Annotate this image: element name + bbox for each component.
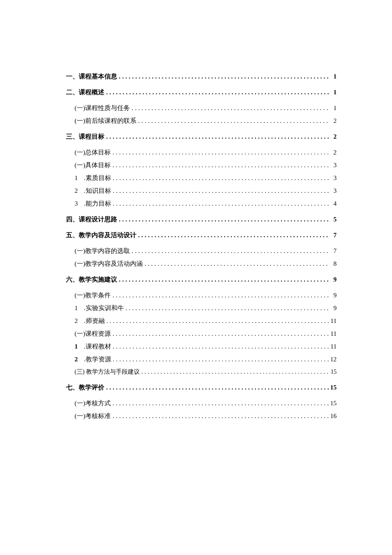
toc-page: 1 bbox=[329, 73, 337, 80]
toc-page: 3 bbox=[329, 187, 337, 195]
toc-page: 2 bbox=[329, 117, 337, 125]
toc-entry: 二、课程概述 1 bbox=[66, 88, 337, 96]
toc-page: 5 bbox=[329, 216, 337, 223]
toc-entry: (一)教学条件 9 bbox=[66, 291, 337, 299]
toc-label: (一)教学内容的选取 bbox=[75, 247, 130, 255]
toc-dots bbox=[111, 330, 329, 337]
toc-page: 8 bbox=[329, 260, 337, 267]
toc-label: (一)考核方式 bbox=[75, 399, 111, 407]
toc-entry: 一、课程基本信息 1 bbox=[66, 73, 337, 81]
toc-entry: (一)具体目标 3 bbox=[66, 161, 337, 169]
toc-dots bbox=[111, 200, 329, 207]
toc-page: 4 bbox=[329, 200, 337, 207]
toc-page: 16 bbox=[329, 413, 337, 420]
toc-label: (一)课程性质与任务 bbox=[75, 104, 130, 112]
toc-dots bbox=[105, 317, 329, 325]
toc-label: (三) 教学方法与手段建议 bbox=[75, 368, 140, 376]
toc-label: (一)教学条件 bbox=[75, 291, 111, 299]
toc-entry: 六、教学实施建议 9 bbox=[66, 276, 337, 284]
toc-page: 1 bbox=[329, 89, 337, 96]
toc-dots bbox=[111, 292, 329, 299]
toc-page: 2 bbox=[329, 133, 337, 140]
toc-page: 11 bbox=[329, 330, 337, 337]
toc-label: 1 .实验实训和牛 bbox=[75, 304, 124, 312]
toc-entry: 1 .实验实训和牛 9 bbox=[66, 304, 337, 312]
toc-label: (一)前后续课程的联系 bbox=[75, 117, 136, 125]
toc-page: 11 bbox=[329, 317, 337, 325]
toc-entry: 1 .素质目标 3 bbox=[66, 174, 337, 182]
toc-entry: 五、教学内容及活动设计 7 bbox=[66, 231, 337, 239]
toc-dots bbox=[111, 174, 329, 182]
toc-page: 3 bbox=[329, 174, 337, 182]
toc-dots bbox=[117, 276, 329, 283]
toc-label: 四、课程设计思路 bbox=[66, 215, 117, 224]
toc-label: 六、教学实施建议 bbox=[66, 276, 117, 284]
toc-entry: 四、课程设计思路 5 bbox=[66, 215, 337, 224]
toc-dots bbox=[111, 400, 329, 407]
toc-entry: (一)总体目标 2 bbox=[66, 148, 337, 157]
toc-dots bbox=[111, 413, 329, 420]
toc-label: 三、课程目标 bbox=[66, 133, 104, 141]
toc-page: 11 bbox=[329, 343, 337, 350]
toc-entry: 3 .能力目标 4 bbox=[66, 200, 337, 208]
toc-dots bbox=[130, 247, 329, 255]
toc-label: 一、课程基本信息 bbox=[66, 73, 117, 81]
toc-entry: (一)课程性质与任务 1 bbox=[66, 104, 337, 112]
toc-entry: (一)教学内容的选取 7 bbox=[66, 247, 337, 255]
toc-dots bbox=[104, 384, 329, 391]
toc-dots bbox=[117, 73, 329, 80]
table-of-contents: 一、课程基本信息 1 二、课程概述 1 (一)课程性质与任务 1 (一)前后续课… bbox=[66, 73, 337, 420]
toc-label: 1 .课程教材 bbox=[75, 343, 111, 351]
toc-page: 2 bbox=[329, 149, 337, 156]
toc-page: 15 bbox=[329, 384, 337, 391]
toc-dots bbox=[104, 133, 329, 140]
toc-dots bbox=[104, 89, 329, 96]
toc-label: 3 .能力目标 bbox=[75, 200, 111, 208]
toc-label: 七、教学评价 bbox=[66, 384, 104, 392]
toc-page: 7 bbox=[329, 232, 337, 239]
toc-dots bbox=[111, 162, 329, 169]
toc-entry: 1 .课程教材 11 bbox=[66, 343, 337, 351]
toc-entry: (三) 教学方法与手段建议 15 bbox=[66, 368, 337, 376]
toc-dots bbox=[136, 232, 329, 239]
toc-page: 1 bbox=[329, 105, 337, 112]
toc-label: 五、教学内容及活动设计 bbox=[66, 231, 136, 239]
toc-entry: (一)课程资源 11 bbox=[66, 330, 337, 338]
toc-label: 二、课程概述 bbox=[66, 88, 104, 96]
toc-dots bbox=[136, 117, 329, 125]
toc-label: 2 .教学资源 bbox=[75, 355, 111, 363]
toc-entry: (一)考核标准 16 bbox=[66, 412, 337, 420]
toc-page: 7 bbox=[329, 247, 337, 255]
toc-label: (一)教学内容及活动内涵 bbox=[75, 260, 143, 268]
toc-label: 2 .师资融 bbox=[75, 317, 105, 325]
toc-page: 9 bbox=[329, 292, 337, 299]
toc-page: 15 bbox=[329, 400, 337, 407]
toc-entry: 2 .知识目标 3 bbox=[66, 187, 337, 195]
toc-label: (一)课程资源 bbox=[75, 330, 111, 338]
toc-page: 9 bbox=[329, 276, 337, 283]
toc-entry: 2 .师资融 11 bbox=[66, 317, 337, 325]
toc-page: 3 bbox=[329, 162, 337, 169]
toc-page: 9 bbox=[329, 305, 337, 312]
toc-entry: 2 .教学资源 12 bbox=[66, 355, 337, 363]
toc-dots bbox=[117, 216, 329, 223]
toc-dots bbox=[130, 105, 329, 112]
toc-entry: 七、教学评价 15 bbox=[66, 384, 337, 392]
toc-entry: (一)前后续课程的联系 2 bbox=[66, 117, 337, 125]
toc-dots bbox=[111, 356, 329, 363]
toc-entry: 三、课程目标 2 bbox=[66, 133, 337, 141]
toc-dots bbox=[140, 369, 329, 375]
toc-label: (一)考核标准 bbox=[75, 412, 111, 420]
toc-label: 1 .素质目标 bbox=[75, 174, 111, 182]
toc-dots bbox=[111, 343, 329, 350]
toc-label: 2 .知识目标 bbox=[75, 187, 111, 195]
toc-dots bbox=[111, 149, 329, 156]
toc-label: (一)总体目标 bbox=[75, 148, 111, 157]
toc-dots bbox=[124, 305, 329, 312]
toc-page: 15 bbox=[329, 369, 337, 375]
toc-page: 12 bbox=[329, 356, 337, 363]
toc-entry: (一)教学内容及活动内涵 8 bbox=[66, 260, 337, 268]
toc-dots bbox=[143, 260, 329, 267]
toc-entry: (一)考核方式 15 bbox=[66, 399, 337, 407]
toc-dots bbox=[111, 187, 329, 195]
